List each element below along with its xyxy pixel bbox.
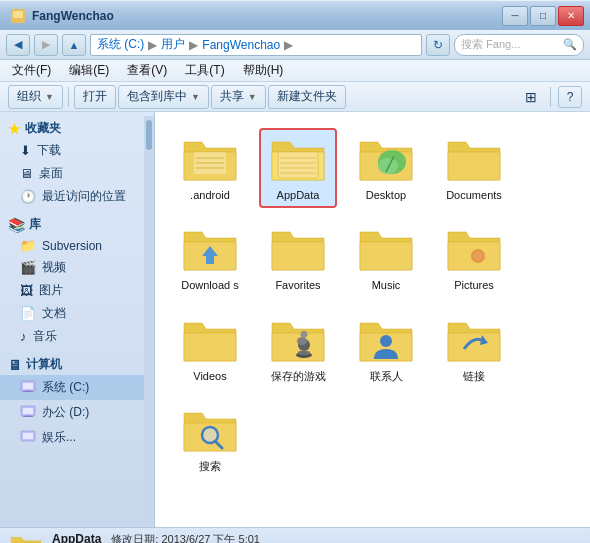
include-library-button[interactable]: 包含到库中 ▼ [118,85,209,109]
menu-edit[interactable]: 编辑(E) [61,60,117,81]
sidebar-item-e-drive[interactable]: 娱乐... [0,425,154,450]
sidebar-item-video[interactable]: 🎬 视频 [0,256,154,279]
svg-marker-45 [184,333,236,361]
sidebar-item-d-drive[interactable]: 办公 (D:) [0,400,154,425]
file-item-android[interactable]: .android [171,128,249,208]
pictures-icon: 🖼 [20,283,33,298]
minimize-button[interactable]: ─ [502,6,528,26]
path-sep-3: ▶ [284,38,293,52]
downloads-label: Download s [181,278,238,292]
svg-rect-10 [23,416,33,417]
search-box[interactable]: 搜索 Fang... 🔍 [454,34,584,56]
favorites-label: 收藏夹 [25,120,61,137]
back-button[interactable]: ◀ [6,34,30,56]
sidebar-item-desktop[interactable]: 🖥 桌面 [0,162,154,185]
svg-rect-49 [298,351,310,355]
sidebar-item-c-drive[interactable]: 系统 (C:) [0,375,154,400]
organize-button[interactable]: 组织 ▼ [8,85,63,109]
sidebar-item-subversion[interactable]: 📁 Subversion [0,235,154,256]
file-item-saved-games[interactable]: 保存的游戏 [259,309,337,389]
desktop-label: 桌面 [39,165,63,182]
file-item-contacts[interactable]: 联系人 [347,309,425,389]
pictures-label: 图片 [39,282,63,299]
d-drive-label: 办公 (D:) [42,404,89,421]
file-item-documents[interactable]: Documents [435,128,513,208]
title-bar-left: FangWenchao [10,8,114,24]
file-item-pictures[interactable]: Pictures [435,218,513,298]
files-grid: .android AppData [163,120,582,487]
file-item-appdata[interactable]: AppData [259,128,337,208]
sidebar-item-downloads[interactable]: ⬇ 下载 [0,139,154,162]
sidebar: ★ 收藏夹 ⬇ 下载 🖥 桌面 🕐 最近访问的位置 [0,112,155,527]
documents-label: Documents [446,188,502,202]
status-folder-icon [10,531,42,544]
status-info: AppData 修改日期: 2013/6/27 下午 5:01 文件夹 [52,532,260,544]
new-folder-button[interactable]: 新建文件夹 [268,85,346,109]
d-drive-icon [20,403,36,422]
file-item-desktop[interactable]: Desktop [347,128,425,208]
path-part-2: 用户 [161,36,185,53]
documents-label: 文档 [42,305,66,322]
file-item-favorites[interactable]: Favorites [259,218,337,298]
svg-point-29 [378,158,398,174]
menu-view[interactable]: 查看(V) [119,60,175,81]
open-label: 打开 [83,88,107,105]
menu-help[interactable]: 帮助(H) [235,60,292,81]
file-item-links[interactable]: 链接 [435,309,513,389]
close-button[interactable]: ✕ [558,6,584,26]
help-button[interactable]: ? [558,86,582,108]
window-icon [10,8,26,24]
open-button[interactable]: 打开 [74,85,116,109]
search-label: 搜索 [199,459,221,473]
documents-icon: 📄 [20,306,36,321]
main-area: ★ 收藏夹 ⬇ 下载 🖥 桌面 🕐 最近访问的位置 [0,112,590,527]
path-sep-2: ▶ [189,38,198,52]
svg-rect-12 [23,433,33,439]
sidebar-item-music[interactable]: ♪ 音乐 [0,325,154,348]
svg-marker-63 [11,537,41,543]
file-item-search[interactable]: 搜索 [171,399,249,479]
sidebar-favorites-section: ★ 收藏夹 ⬇ 下载 🖥 桌面 🕐 最近访问的位置 [0,116,154,208]
file-item-downloads[interactable]: Download s [171,218,249,298]
video-icon: 🎬 [20,260,36,275]
svg-marker-57 [448,333,500,361]
search-placeholder: 搜索 Fang... [461,37,520,52]
toolbar-right: ⊞ ? [519,86,582,108]
svg-rect-8 [23,408,33,414]
address-path[interactable]: 系统 (C:) ▶ 用户 ▶ FangWenchao ▶ [90,34,422,56]
menu-file[interactable]: 文件(F) [4,60,59,81]
path-part-1: 系统 (C:) [97,36,144,53]
forward-button[interactable]: ▶ [34,34,58,56]
toolbar-sep-1 [68,87,69,107]
svg-marker-37 [272,242,324,270]
view-options-button[interactable]: ⊞ [519,86,543,108]
path-sep-1: ▶ [148,38,157,52]
library-dropdown-icon: ▼ [191,92,200,102]
file-item-music[interactable]: Music [347,218,425,298]
sidebar-item-pictures[interactable]: 🖼 图片 [0,279,154,302]
subversion-label: Subversion [42,239,102,253]
downloads-label: 下载 [37,142,61,159]
downloads-icon: ⬇ [20,143,31,158]
sidebar-item-recent[interactable]: 🕐 最近访问的位置 [0,185,154,208]
status-name: AppData 修改日期: 2013/6/27 下午 5:01 [52,532,260,544]
pictures-label: Pictures [454,278,494,292]
subversion-icon: 📁 [20,238,36,253]
library-icon: 📚 [8,217,25,233]
file-item-videos[interactable]: Videos [171,309,249,389]
videos-label: Videos [193,369,226,383]
library-label: 库 [29,216,41,233]
path-part-3: FangWenchao [202,38,280,52]
status-bar: AppData 修改日期: 2013/6/27 下午 5:01 文件夹 [0,527,590,543]
star-icon: ★ [8,121,21,137]
c-drive-label: 系统 (C:) [42,379,89,396]
share-button[interactable]: 共享 ▼ [211,85,266,109]
up-button[interactable]: ▲ [62,34,86,56]
share-label: 共享 [220,88,244,105]
refresh-button[interactable]: ↻ [426,34,450,56]
menu-tools[interactable]: 工具(T) [177,60,232,81]
status-detail-text: 修改日期: 2013/6/27 下午 5:01 [111,533,260,544]
share-dropdown-icon: ▼ [248,92,257,102]
maximize-button[interactable]: □ [530,6,556,26]
sidebar-item-documents[interactable]: 📄 文档 [0,302,154,325]
